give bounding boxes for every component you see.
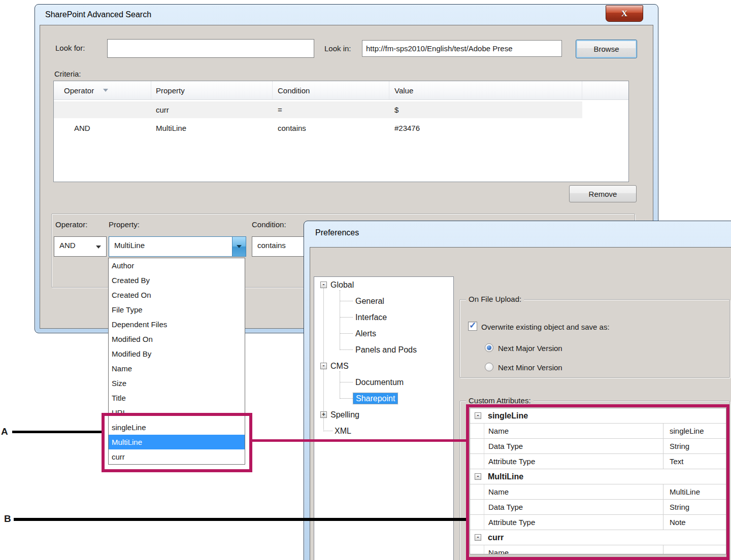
tree-item-label: Spelling xyxy=(330,410,359,419)
criteria-table-header: Operator Property Condition Value xyxy=(54,81,628,100)
on-file-upload-label: On File Upload: xyxy=(466,295,524,303)
tree-branch-line xyxy=(340,290,340,350)
tree-item-sharepoint[interactable]: Sharepoint xyxy=(353,393,397,404)
collapse-icon[interactable]: - xyxy=(320,282,327,288)
tree-item-interface[interactable]: Interface xyxy=(355,312,387,323)
callout-b-line xyxy=(14,518,466,521)
tree-item-label: CMS xyxy=(330,362,349,371)
cell-spacer xyxy=(582,101,628,118)
sort-descending-icon xyxy=(103,89,108,92)
callout-label-a: A xyxy=(1,426,8,437)
operator-combobox[interactable]: AND xyxy=(54,236,107,257)
radio-label: Next Minor Version xyxy=(498,363,562,372)
tree-item-label: Global xyxy=(330,281,354,290)
tree-item-global[interactable]: -Global xyxy=(320,279,354,290)
tree-item-xml[interactable]: XML xyxy=(335,426,351,436)
column-header-spacer xyxy=(582,81,628,99)
tree-item-label: Panels and Pods xyxy=(355,345,417,355)
condition-editor-label: Condition: xyxy=(252,220,286,229)
property-editor-label: Property: xyxy=(109,220,140,229)
property-combobox[interactable]: MultiLine xyxy=(109,236,246,257)
property-dropdown-item-created-on[interactable]: Created On xyxy=(109,288,245,302)
close-button[interactable]: X xyxy=(606,5,643,22)
overwrite-checkbox-label: Overwrite existing object and save as: xyxy=(481,323,610,331)
cell-value: $ xyxy=(389,101,582,118)
cell-value: #23476 xyxy=(389,120,582,136)
tree-item-label: Documentum xyxy=(355,378,404,387)
radio-label: Next Major Version xyxy=(498,344,562,353)
tree-item-label: Sharepoint xyxy=(356,394,395,403)
chevron-down-icon xyxy=(96,246,101,249)
criteria-table: Operator Property Condition Value curr=$… xyxy=(53,81,629,182)
tree-item-cms[interactable]: -CMS xyxy=(320,361,349,371)
property-dropdown-item-file-type[interactable]: File Type xyxy=(109,302,245,317)
look-in-label: Look in: xyxy=(324,44,351,53)
callout-a-box xyxy=(102,413,252,472)
property-dropdown-item-modified-by[interactable]: Modified By xyxy=(109,346,245,361)
cell-property: MultiLine xyxy=(151,120,273,136)
remove-button[interactable]: Remove xyxy=(569,185,637,202)
column-header-condition[interactable]: Condition xyxy=(273,81,389,99)
criteria-row[interactable]: ANDMultiLinecontains#23476 xyxy=(54,120,628,136)
tree-item-alerts[interactable]: Alerts xyxy=(355,328,376,339)
expand-icon[interactable]: + xyxy=(320,411,327,418)
look-for-label: Look for: xyxy=(55,44,85,52)
operator-editor-label: Operator: xyxy=(55,220,87,229)
callout-a-line xyxy=(12,431,102,433)
tree-item-spelling[interactable]: +Spelling xyxy=(320,409,359,420)
tree-item-label: Alerts xyxy=(355,329,376,338)
checkmark-icon: ✓ xyxy=(469,320,476,331)
window-title-bar[interactable]: SharePoint Advanced Search xyxy=(45,10,151,19)
column-header-value[interactable]: Value xyxy=(389,81,582,99)
screen: SharePoint Advanced Search X Look for: L… xyxy=(0,0,731,560)
look-in-field[interactable]: http://fm-sps2010/English/test/Adobe Pre… xyxy=(362,40,562,57)
overwrite-checkbox[interactable]: ✓ xyxy=(468,322,477,331)
column-header-operator[interactable]: Operator xyxy=(54,81,151,99)
criteria-rows: curr=$ANDMultiLinecontains#23476 xyxy=(54,101,628,136)
window-title-bar[interactable]: Preferences xyxy=(315,228,359,237)
property-dropdown-item-title[interactable]: Title xyxy=(109,391,245,405)
cell-property: curr xyxy=(151,101,273,118)
look-for-input[interactable] xyxy=(107,39,314,58)
callout-b-box xyxy=(466,404,729,560)
browse-button[interactable]: Browse xyxy=(576,40,637,58)
column-header-property[interactable]: Property xyxy=(151,81,273,99)
radio-dot-icon xyxy=(487,345,491,350)
custom-attributes-label: Custom Attributes: xyxy=(466,396,534,405)
cell-operator: AND xyxy=(54,120,151,136)
criteria-row[interactable]: curr=$ xyxy=(54,101,628,118)
tree-item-label: General xyxy=(355,297,384,306)
tree-item-general[interactable]: General xyxy=(355,296,384,306)
tree-branch-line xyxy=(340,371,340,399)
property-dropdown-item-modified-on[interactable]: Modified On xyxy=(109,332,245,346)
cell-spacer xyxy=(582,120,628,136)
close-icon: X xyxy=(621,9,627,19)
tree-item-label: XML xyxy=(335,427,351,436)
callout-connector-line xyxy=(252,439,466,442)
property-dropdown-item-author[interactable]: Author xyxy=(109,258,245,273)
property-dropdown-item-created-by[interactable]: Created By xyxy=(109,273,245,288)
chevron-down-icon xyxy=(237,245,242,248)
collapse-icon[interactable]: - xyxy=(320,363,327,369)
cell-condition: = xyxy=(273,101,389,118)
callout-label-b: B xyxy=(4,513,11,524)
cell-condition: contains xyxy=(273,120,389,136)
property-dropdown-item-dependent-files[interactable]: Dependent Files xyxy=(109,317,245,332)
radio-next-major-version[interactable] xyxy=(485,343,493,352)
dropdown-button[interactable] xyxy=(232,237,246,256)
tree-item-documentum[interactable]: Documentum xyxy=(355,377,404,388)
property-dropdown-item-size[interactable]: Size xyxy=(109,376,245,391)
tree-item-label: Interface xyxy=(355,313,387,322)
tree-trunk-line xyxy=(323,283,324,430)
property-dropdown-item-name[interactable]: Name xyxy=(109,361,245,376)
criteria-label: Criteria: xyxy=(54,69,81,78)
radio-next-minor-version[interactable] xyxy=(485,363,493,371)
cell-operator xyxy=(54,101,151,118)
tree-item-panels-and-pods[interactable]: Panels and Pods xyxy=(355,344,417,355)
on-file-upload-group: On File Upload: ✓ Overwrite existing obj… xyxy=(459,299,730,378)
